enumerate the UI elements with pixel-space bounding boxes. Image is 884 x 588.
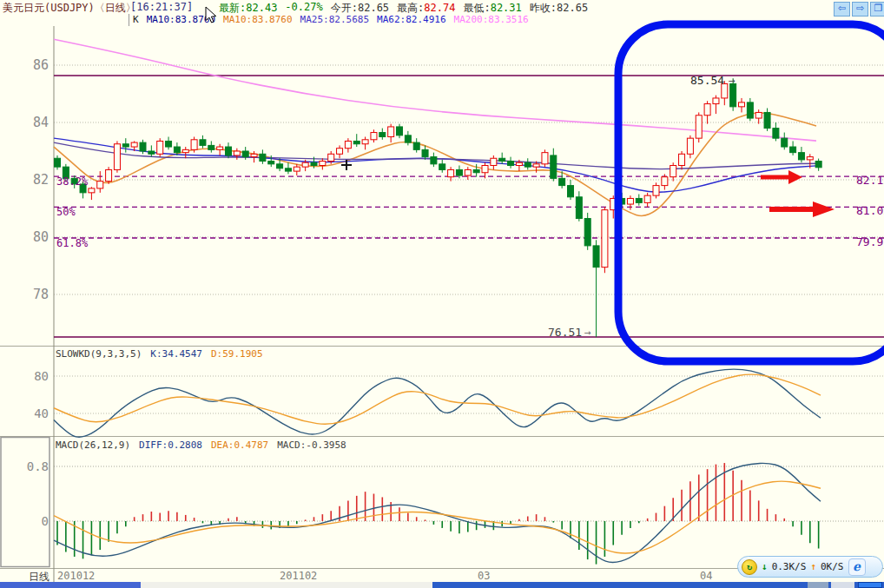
ma62-legend: MA62:82.4916	[377, 14, 445, 26]
cascade-windows-button[interactable]: ❐	[870, 2, 884, 17]
slowkd-header: SLOWKD(9,3,3,5) K:34.4547 D:59.1905	[56, 348, 263, 360]
instrument-title: 美元日元(USDJPY)〈日线〉	[3, 1, 136, 16]
trading-app-window: 868482807880400.8038.2%82.1250%81.0561.8…	[0, 0, 884, 588]
date-axis-label: 04	[700, 570, 712, 582]
forward-arrow-button[interactable]: ⇨	[852, 2, 868, 17]
macd-diff-value: DIFF:0.2808	[139, 439, 202, 451]
slowkd-title: SLOWKD(9,3,3,5)	[56, 348, 142, 360]
k-legend: K	[133, 14, 139, 26]
download-speed: 0.3K/S	[772, 561, 807, 572]
macd-dea-value: DEA:0.4787	[211, 439, 268, 451]
chart-canvas[interactable]: 868482807880400.8038.2%82.1250%81.0561.8…	[0, 0, 884, 588]
price-tick-label: 80	[33, 229, 49, 245]
macd-title: MACD(26,12,9)	[56, 439, 130, 451]
quote-bar: 美元日元(USDJPY)〈日线〉 [16:21:37] 最新:82.43 -0.…	[0, 0, 884, 13]
taskbar-segment	[858, 582, 882, 588]
axis-labels: 868482807880400.80	[27, 57, 49, 528]
candlesticks	[55, 78, 822, 337]
red-arrow-head	[813, 202, 835, 217]
price-tick-label: 84	[33, 115, 49, 130]
ma-legend-bar: K MA10:83.8760 MA10:83.8760 MA25:82.5685…	[129, 14, 529, 26]
download-arrow-icon: ↓	[762, 561, 768, 572]
fib-price-label: 79.97	[856, 235, 884, 248]
ma25-legend: MA25:82.5685	[300, 14, 369, 26]
gridlines	[54, 65, 884, 521]
low-price-callout: 76.51	[548, 326, 582, 339]
red-arrow-head	[788, 170, 802, 184]
ma200-legend: MA200:83.3516	[454, 14, 529, 26]
slowkd-d-value: D:59.1905	[211, 348, 263, 360]
high-price-callout: 85.54	[690, 74, 724, 87]
price-tick-label: 78	[33, 287, 49, 302]
date-axis-label: 03	[478, 570, 490, 582]
fib-price-label: 81.05	[856, 204, 884, 217]
mouse-cursor	[205, 6, 219, 25]
upload-arrow-icon: ↑	[810, 561, 816, 572]
indicator-lines	[54, 369, 821, 562]
fib-pct-label: 61.8%	[56, 237, 89, 249]
slowkd-k-line	[54, 369, 821, 437]
date-axis-label: 201012	[57, 570, 95, 582]
taskbar-sliver	[0, 582, 884, 588]
price-tick-label: 86	[33, 57, 49, 73]
slowkd-d-line	[54, 374, 821, 424]
window-buttons: ⇦ ⇨ ❐	[834, 2, 884, 17]
quote-prev-close: 昨收:82.65	[530, 1, 588, 16]
traffic-monitor-icon[interactable]: ↻	[742, 559, 757, 575]
low-callout-arrow-icon: →	[584, 326, 591, 339]
ma10b-legend: MA10:83.8760	[223, 14, 292, 26]
macd-tick-label: 0.8	[27, 459, 49, 473]
macd-macd-value: MACD:-0.3958	[277, 439, 346, 451]
back-arrow-button[interactable]: ⇦	[834, 2, 850, 17]
taskbar-segment	[808, 582, 828, 588]
slowkd-tick-label: 40	[34, 406, 49, 420]
fib-price-label: 82.12	[856, 174, 884, 187]
taskbar-segment	[831, 582, 854, 588]
price-tick-label: 82	[33, 172, 49, 188]
slowkd-tick-label: 80	[34, 369, 49, 383]
upload-speed: 0K/S	[821, 561, 844, 572]
date-axis-label: 201102	[280, 570, 317, 582]
ie-browser-icon[interactable]: e	[848, 558, 866, 576]
fib-pct-label: 38.2%	[56, 175, 89, 188]
server-time: [16:21:37]	[130, 1, 193, 13]
fib-pct-label: 50%	[56, 206, 76, 218]
annotations: 85.54→76.51→	[341, 24, 884, 361]
high-callout-arrow-icon: →	[729, 74, 736, 87]
network-monitor-widget[interactable]: ↻ ↓ 0.3K/S ↑ 0K/S e	[737, 556, 883, 578]
taskbar-segment	[0, 582, 141, 588]
slowkd-k-value: K:34.4547	[150, 348, 202, 360]
macd-header: MACD(26,12,9) DIFF:0.2808 DEA:0.4787 MAC…	[56, 439, 346, 451]
macd-tick-label: 0	[42, 514, 49, 528]
